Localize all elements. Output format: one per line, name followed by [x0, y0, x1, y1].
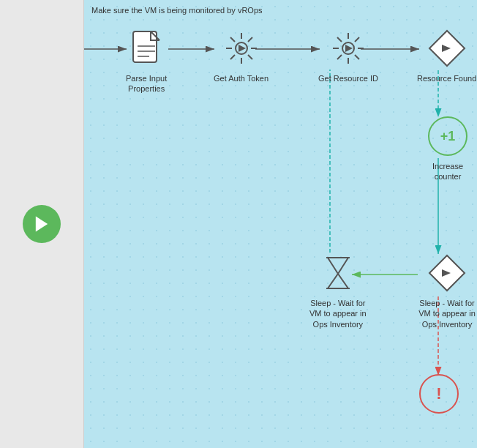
diamond-arrow-icon-resource [427, 28, 467, 69]
node-resource-found-label: Resource Found [417, 73, 476, 83]
node-get-resource-id-label: Get Resource ID [318, 73, 378, 83]
node-decision-label: Sleep - Wait for VM to appear in Ops Inv… [417, 298, 477, 329]
node-sleep-wait-label: Sleep - Wait forVM to appear inOps Inven… [309, 298, 367, 329]
svg-marker-26 [238, 45, 246, 52]
svg-line-23 [248, 55, 252, 59]
diamond-arrow-icon-decision [427, 253, 467, 294]
hourglass-icon [318, 253, 358, 294]
main-container: Make sure the VM is being monitored by v… [0, 0, 477, 448]
node-resource-found[interactable]: Resource Found [417, 28, 476, 83]
node-get-auth-token-label: Get Auth Token [214, 73, 268, 83]
node-parse-input-label: Parse InputProperties [126, 73, 167, 94]
error-icon: ! [418, 373, 459, 414]
sidebar [0, 0, 84, 448]
gear-icon-resource [328, 28, 369, 69]
svg-line-35 [337, 55, 342, 59]
svg-line-22 [230, 37, 235, 42]
svg-line-33 [355, 55, 359, 59]
node-increase-counter[interactable]: +1 Increase counter [418, 116, 477, 182]
node-get-resource-id[interactable]: Get Resource ID [318, 28, 378, 83]
node-get-auth-token[interactable]: Get Auth Token [214, 28, 268, 83]
node-error[interactable]: ! [418, 373, 459, 414]
svg-line-34 [355, 37, 359, 42]
counter-icon: +1 [427, 116, 468, 157]
svg-rect-13 [133, 31, 157, 62]
document-icon [126, 28, 167, 69]
svg-line-24 [248, 37, 252, 42]
svg-line-32 [337, 37, 342, 42]
hint-text: Make sure the VM is being monitored by v… [91, 6, 263, 15]
start-node[interactable] [23, 205, 61, 243]
node-increase-counter-label: Increase counter [418, 161, 477, 182]
node-sleep-wait[interactable]: Sleep - Wait forVM to appear inOps Inven… [309, 253, 367, 329]
gear-icon-auth [221, 28, 262, 69]
svg-line-25 [230, 55, 235, 59]
node-parse-input[interactable]: Parse InputProperties [126, 28, 167, 94]
workflow-canvas[interactable]: Make sure the VM is being monitored by v… [84, 0, 477, 448]
node-decision[interactable]: Sleep - Wait for VM to appear in Ops Inv… [417, 253, 477, 329]
svg-marker-36 [345, 45, 353, 52]
